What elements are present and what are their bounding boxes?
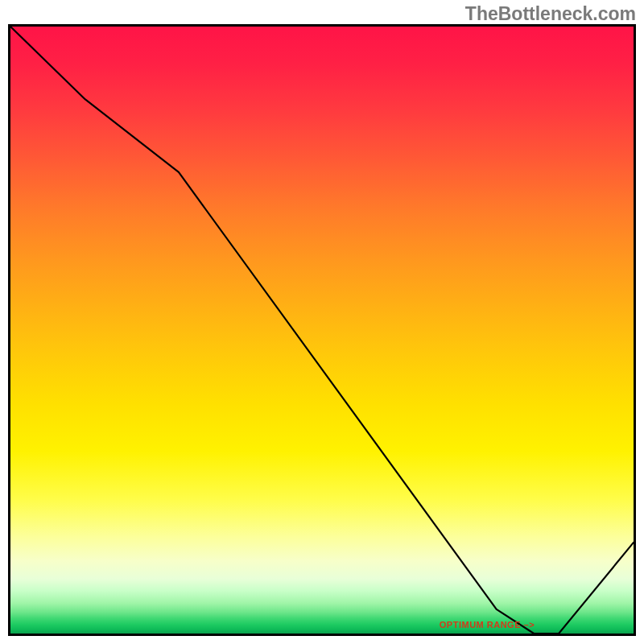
watermark-text: TheBottleneck.com [465, 3, 636, 25]
chart-container: TheBottleneck.com OPTIMUM RANGE –> [0, 0, 644, 644]
plot-area: OPTIMUM RANGE –> [8, 24, 636, 636]
optimal-label: OPTIMUM RANGE –> [440, 620, 535, 630]
bottleneck-curve [10, 27, 634, 634]
